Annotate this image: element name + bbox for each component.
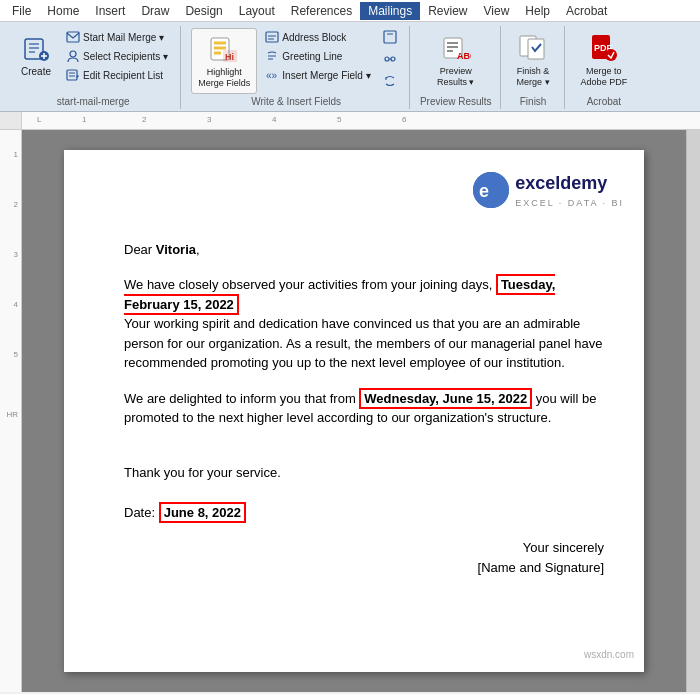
- ribbon-group-content: Create Start Mail Merge ▾: [14, 28, 172, 94]
- menu-home[interactable]: Home: [39, 2, 87, 20]
- svg-text:Hi: Hi: [225, 52, 234, 62]
- rules-button[interactable]: [379, 28, 401, 46]
- svg-text:«»: «»: [266, 70, 278, 81]
- menu-insert[interactable]: Insert: [87, 2, 133, 20]
- letter-para2: We are delighted to inform you that from…: [124, 389, 604, 428]
- finish-group-label: Finish: [520, 96, 547, 107]
- logo-main-text: exceldemy: [515, 170, 624, 197]
- rules-icon: [383, 30, 397, 44]
- merge-to-pdf-icon: PDF: [588, 32, 620, 64]
- create-button[interactable]: Create: [14, 28, 58, 81]
- vertical-ruler: 1 2 3 4 5 HR: [0, 130, 22, 692]
- menu-file[interactable]: File: [4, 2, 39, 20]
- menu-help[interactable]: Help: [517, 2, 558, 20]
- select-recipients-button[interactable]: Select Recipients ▾: [62, 47, 172, 65]
- svg-point-27: [391, 57, 395, 61]
- menu-mailings[interactable]: Mailings: [360, 2, 420, 20]
- greeting-line-button[interactable]: Greeting Line: [261, 47, 375, 65]
- greeting-line-label: Greeting Line: [282, 51, 342, 62]
- menu-layout[interactable]: Layout: [231, 2, 283, 20]
- ribbon-group-start-mail-merge: Create Start Mail Merge ▾: [6, 26, 181, 109]
- svg-rect-7: [67, 32, 79, 42]
- watermark: wsxdn.com: [584, 647, 634, 662]
- ribbon-group-acrobat: PDF Merge toAdobe PDF Acrobat: [567, 26, 642, 109]
- ribbon-group-finish: Finish &Merge ▾ Finish: [503, 26, 565, 109]
- write-insert-content: Hi HighlightMerge Fields Address Block: [191, 28, 401, 94]
- address-block-label: Address Block: [282, 32, 346, 43]
- start-mail-merge-button[interactable]: Start Mail Merge ▾: [62, 28, 172, 46]
- svg-rect-18: [266, 32, 278, 42]
- edit-recipient-icon: [66, 68, 80, 82]
- finish-merge-icon: [517, 32, 549, 64]
- start-mail-merge-col: Start Mail Merge ▾ Select Recipients ▾: [62, 28, 172, 84]
- finish-content: Finish &Merge ▾: [511, 28, 556, 94]
- write-insert-group-label: Write & Insert Fields: [251, 96, 341, 107]
- date2-highlight: Wednesday, June 15, 2022: [359, 388, 532, 409]
- menu-references[interactable]: References: [283, 2, 360, 20]
- highlight-merge-fields-button[interactable]: Hi HighlightMerge Fields: [191, 28, 257, 94]
- svg-point-38: [605, 49, 617, 61]
- preview-results-label: PreviewResults ▾: [437, 66, 475, 88]
- write-insert-right-col: [379, 28, 401, 90]
- acrobat-content: PDF Merge toAdobe PDF: [575, 28, 634, 94]
- greeting-comma: ,: [196, 242, 200, 257]
- match-fields-button[interactable]: [379, 50, 401, 68]
- write-insert-mid-col: Address Block Greeting Line «» Insert Me…: [261, 28, 375, 84]
- select-recipients-label: Select Recipients: [83, 51, 160, 62]
- greeting-line-icon: [265, 49, 279, 63]
- preview-content: ABC PreviewResults ▾: [431, 28, 481, 94]
- svg-rect-9: [67, 70, 77, 80]
- start-mail-merge-dropdown: ▾: [159, 32, 164, 43]
- document-page: e exceldemy EXCEL · DATA · BI Dear Vitor…: [64, 150, 644, 672]
- menu-draw[interactable]: Draw: [133, 2, 177, 20]
- thanks-text: Thank you for your service.: [124, 465, 281, 480]
- ruler-corner: [0, 112, 22, 129]
- sign2-text: [Name and Signature]: [124, 558, 604, 578]
- logo-sub-text: EXCEL · DATA · BI: [515, 197, 624, 211]
- create-label: Create: [21, 66, 51, 77]
- preview-group-label: Preview Results: [420, 96, 492, 107]
- acrobat-group-label: Acrobat: [587, 96, 621, 107]
- svg-point-8: [70, 51, 76, 57]
- svg-point-26: [385, 57, 389, 61]
- scrollbar[interactable]: [686, 130, 700, 692]
- finish-merge-label: Finish &Merge ▾: [517, 66, 550, 88]
- letter-greeting: Dear Vitoria,: [124, 240, 604, 260]
- svg-text:ABC: ABC: [457, 51, 471, 61]
- page-container: e exceldemy EXCEL · DATA · BI Dear Vitor…: [22, 130, 686, 692]
- select-recipients-dropdown: ▾: [163, 51, 168, 62]
- menu-review[interactable]: Review: [420, 2, 475, 20]
- menu-acrobat[interactable]: Acrobat: [558, 2, 615, 20]
- date-label: Date:: [124, 505, 159, 520]
- edit-recipient-list-label: Edit Recipient List: [83, 70, 163, 81]
- highlight-merge-fields-icon: Hi: [208, 33, 240, 65]
- update-labels-button[interactable]: [379, 72, 401, 90]
- logo-icon: e: [473, 172, 509, 208]
- insert-merge-field-button[interactable]: «» Insert Merge Field ▾: [261, 66, 375, 84]
- para1-after: Your working spirit and dedication have …: [124, 316, 602, 370]
- edit-recipient-list-button[interactable]: Edit Recipient List: [62, 66, 172, 84]
- insert-merge-field-icon: «»: [265, 68, 279, 82]
- menu-bar: File Home Insert Draw Design Layout Refe…: [0, 0, 700, 22]
- para2-before: We are delighted to inform you that from: [124, 391, 359, 406]
- sign1-text: Your sincerely: [124, 538, 604, 558]
- insert-merge-field-dropdown: ▾: [366, 70, 371, 81]
- ribbon: Create Start Mail Merge ▾: [0, 22, 700, 112]
- start-mail-merge-group-label: start-mail-merge: [57, 96, 130, 107]
- finish-merge-button[interactable]: Finish &Merge ▾: [511, 28, 556, 92]
- select-recipients-icon: [66, 49, 80, 63]
- match-fields-icon: [383, 52, 397, 66]
- ruler-area: L 1 2 3 4 5 6: [0, 112, 700, 130]
- letter-thanks: Thank you for your service.: [124, 444, 604, 483]
- menu-design[interactable]: Design: [177, 2, 230, 20]
- ribbon-group-write-insert: Hi HighlightMerge Fields Address Block: [183, 26, 410, 109]
- logo-area: e exceldemy EXCEL · DATA · BI: [473, 170, 624, 211]
- recipient-name: Vitoria: [156, 242, 196, 257]
- horizontal-ruler: L 1 2 3 4 5 6: [22, 112, 700, 129]
- merge-to-pdf-button[interactable]: PDF Merge toAdobe PDF: [575, 28, 634, 92]
- logo-text-area: exceldemy EXCEL · DATA · BI: [515, 170, 624, 211]
- watermark-text: wsxdn.com: [584, 649, 634, 660]
- preview-results-button[interactable]: ABC PreviewResults ▾: [431, 28, 481, 92]
- menu-view[interactable]: View: [476, 2, 518, 20]
- address-block-button[interactable]: Address Block: [261, 28, 375, 46]
